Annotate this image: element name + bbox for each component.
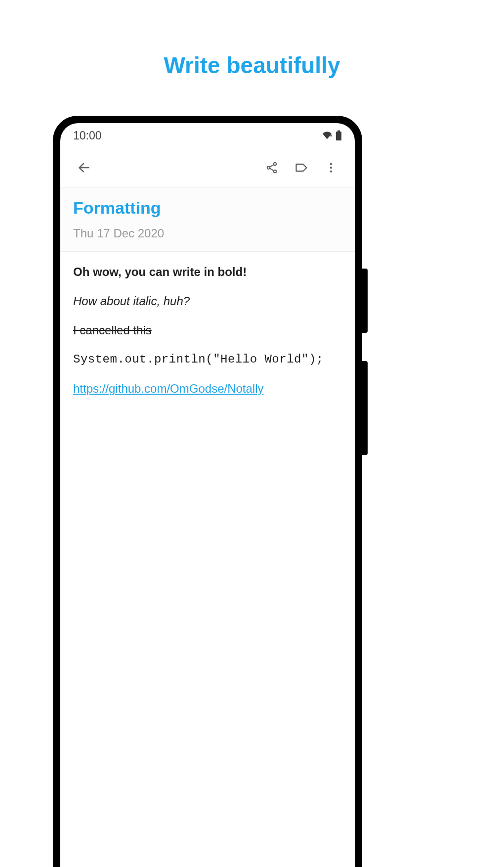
share-icon xyxy=(265,161,278,174)
promo-tagline: Write beautifully xyxy=(0,52,504,79)
label-icon xyxy=(294,161,308,175)
label-button[interactable] xyxy=(290,156,313,180)
svg-line-7 xyxy=(270,168,274,171)
note-date: Thu 17 Dec 2020 xyxy=(73,227,342,240)
svg-rect-1 xyxy=(337,131,340,132)
note-header: Formatting Thu 17 Dec 2020 xyxy=(60,187,355,252)
share-button[interactable] xyxy=(260,156,284,180)
status-bar: 10:00 xyxy=(60,123,355,148)
note-line-strike: I cancelled this xyxy=(73,322,342,338)
phone-screen: 10:00 xyxy=(60,123,355,867)
note-body[interactable]: Oh wow, you can write in bold! How about… xyxy=(60,252,355,422)
status-icons xyxy=(322,130,342,141)
app-toolbar xyxy=(60,148,355,187)
note-link[interactable]: https://github.com/OmGodse/Notally xyxy=(73,382,264,395)
svg-line-6 xyxy=(270,164,274,167)
phone-side-button-bottom xyxy=(362,361,368,455)
more-vert-icon xyxy=(325,161,337,174)
svg-point-8 xyxy=(330,163,332,165)
wifi-icon xyxy=(322,131,333,140)
status-time: 10:00 xyxy=(73,129,102,142)
svg-point-10 xyxy=(330,170,332,172)
battery-icon xyxy=(336,130,342,141)
note-line-italic: How about italic, huh? xyxy=(73,293,342,309)
arrow-left-icon xyxy=(77,161,91,175)
note-line-bold: Oh wow, you can write in bold! xyxy=(73,264,342,280)
svg-rect-0 xyxy=(336,132,341,140)
note-line-code: System.out.println("Hello World"); xyxy=(73,351,342,367)
phone-frame: 10:00 xyxy=(53,116,362,867)
more-button[interactable] xyxy=(319,156,343,180)
phone-side-button-top xyxy=(362,269,368,333)
note-title[interactable]: Formatting xyxy=(73,198,342,218)
svg-point-9 xyxy=(330,166,332,168)
back-button[interactable] xyxy=(72,156,96,180)
